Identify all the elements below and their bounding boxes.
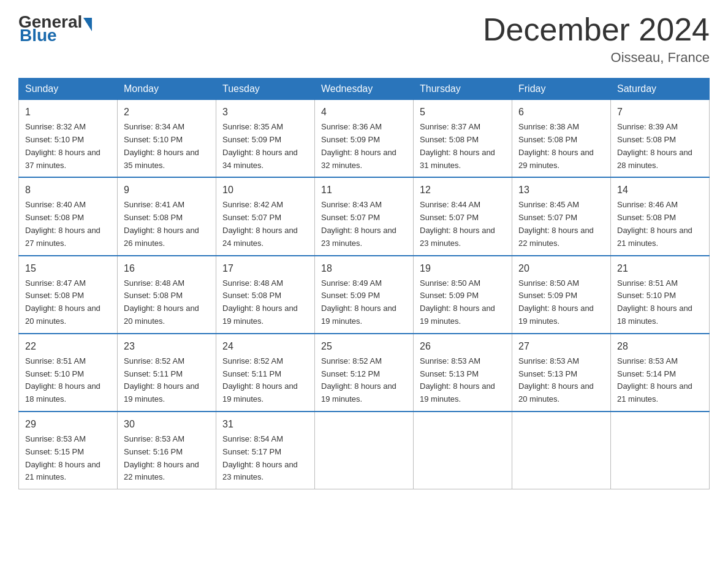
calendar-cell: 9Sunrise: 8:41 AMSunset: 5:08 PMDaylight… bbox=[118, 177, 216, 255]
day-info: Sunrise: 8:32 AMSunset: 5:10 PMDaylight:… bbox=[25, 121, 111, 172]
day-number: 7 bbox=[617, 105, 703, 120]
day-number: 10 bbox=[222, 183, 308, 197]
logo: General Blue bbox=[18, 12, 93, 45]
day-number: 26 bbox=[420, 339, 506, 354]
calendar-cell: 23Sunrise: 8:52 AMSunset: 5:11 PMDayligh… bbox=[118, 334, 216, 412]
day-info: Sunrise: 8:46 AMSunset: 5:08 PMDaylight:… bbox=[617, 199, 703, 250]
calendar-cell: 11Sunrise: 8:43 AMSunset: 5:07 PMDayligh… bbox=[315, 177, 414, 255]
day-number: 17 bbox=[222, 261, 308, 276]
calendar-cell: 13Sunrise: 8:45 AMSunset: 5:07 PMDayligh… bbox=[512, 177, 611, 255]
calendar-cell: 15Sunrise: 8:47 AMSunset: 5:08 PMDayligh… bbox=[19, 256, 118, 334]
calendar-cell: 3Sunrise: 8:35 AMSunset: 5:09 PMDaylight… bbox=[216, 100, 315, 178]
calendar-cell bbox=[512, 412, 611, 489]
calendar-cell: 18Sunrise: 8:49 AMSunset: 5:09 PMDayligh… bbox=[315, 256, 414, 334]
day-number: 4 bbox=[321, 105, 407, 120]
day-number: 13 bbox=[518, 183, 604, 197]
day-info: Sunrise: 8:42 AMSunset: 5:07 PMDaylight:… bbox=[222, 199, 308, 250]
day-info: Sunrise: 8:35 AMSunset: 5:09 PMDaylight:… bbox=[222, 121, 308, 172]
day-info: Sunrise: 8:49 AMSunset: 5:09 PMDaylight:… bbox=[321, 277, 407, 328]
day-of-week-header: Friday bbox=[512, 79, 611, 100]
calendar-cell: 22Sunrise: 8:51 AMSunset: 5:10 PMDayligh… bbox=[19, 334, 118, 412]
day-info: Sunrise: 8:54 AMSunset: 5:17 PMDaylight:… bbox=[222, 433, 308, 484]
day-info: Sunrise: 8:43 AMSunset: 5:07 PMDaylight:… bbox=[321, 199, 407, 250]
day-number: 8 bbox=[25, 183, 111, 197]
calendar-cell: 7Sunrise: 8:39 AMSunset: 5:08 PMDaylight… bbox=[611, 100, 710, 178]
day-number: 21 bbox=[617, 261, 703, 276]
day-info: Sunrise: 8:51 AMSunset: 5:10 PMDaylight:… bbox=[617, 277, 703, 328]
day-number: 24 bbox=[222, 339, 308, 354]
day-number: 27 bbox=[518, 339, 604, 354]
calendar-cell: 21Sunrise: 8:51 AMSunset: 5:10 PMDayligh… bbox=[611, 256, 710, 334]
day-info: Sunrise: 8:51 AMSunset: 5:10 PMDaylight:… bbox=[25, 355, 111, 406]
calendar-cell: 14Sunrise: 8:46 AMSunset: 5:08 PMDayligh… bbox=[611, 177, 710, 255]
calendar-cell: 17Sunrise: 8:48 AMSunset: 5:08 PMDayligh… bbox=[216, 256, 315, 334]
day-of-week-header: Tuesday bbox=[216, 79, 315, 100]
day-number: 16 bbox=[124, 261, 210, 276]
calendar-week-row: 22Sunrise: 8:51 AMSunset: 5:10 PMDayligh… bbox=[19, 334, 710, 412]
day-number: 28 bbox=[617, 339, 703, 354]
day-number: 9 bbox=[124, 183, 210, 197]
calendar-cell: 16Sunrise: 8:48 AMSunset: 5:08 PMDayligh… bbox=[118, 256, 216, 334]
title-section: December 2024 Oisseau, France bbox=[483, 12, 710, 66]
day-number: 5 bbox=[420, 105, 506, 120]
day-info: Sunrise: 8:52 AMSunset: 5:11 PMDaylight:… bbox=[222, 355, 308, 406]
calendar-cell: 20Sunrise: 8:50 AMSunset: 5:09 PMDayligh… bbox=[512, 256, 611, 334]
day-number: 2 bbox=[124, 105, 210, 120]
day-number: 22 bbox=[25, 339, 111, 354]
calendar-week-row: 29Sunrise: 8:53 AMSunset: 5:15 PMDayligh… bbox=[19, 412, 710, 489]
day-info: Sunrise: 8:40 AMSunset: 5:08 PMDaylight:… bbox=[25, 199, 111, 250]
calendar-cell: 30Sunrise: 8:53 AMSunset: 5:16 PMDayligh… bbox=[118, 412, 216, 489]
day-info: Sunrise: 8:50 AMSunset: 5:09 PMDaylight:… bbox=[420, 277, 506, 328]
day-number: 29 bbox=[25, 417, 111, 432]
day-of-week-header: Monday bbox=[118, 79, 216, 100]
day-info: Sunrise: 8:52 AMSunset: 5:12 PMDaylight:… bbox=[321, 355, 407, 406]
day-number: 6 bbox=[518, 105, 604, 120]
day-number: 31 bbox=[222, 417, 308, 432]
day-info: Sunrise: 8:53 AMSunset: 5:16 PMDaylight:… bbox=[124, 433, 210, 484]
calendar-cell: 8Sunrise: 8:40 AMSunset: 5:08 PMDaylight… bbox=[19, 177, 118, 255]
day-of-week-header: Thursday bbox=[414, 79, 512, 100]
day-info: Sunrise: 8:41 AMSunset: 5:08 PMDaylight:… bbox=[124, 199, 210, 250]
calendar-cell: 29Sunrise: 8:53 AMSunset: 5:15 PMDayligh… bbox=[19, 412, 118, 489]
calendar-cell: 5Sunrise: 8:37 AMSunset: 5:08 PMDaylight… bbox=[414, 100, 512, 178]
day-info: Sunrise: 8:48 AMSunset: 5:08 PMDaylight:… bbox=[222, 277, 308, 328]
day-info: Sunrise: 8:44 AMSunset: 5:07 PMDaylight:… bbox=[420, 199, 506, 250]
calendar-cell: 24Sunrise: 8:52 AMSunset: 5:11 PMDayligh… bbox=[216, 334, 315, 412]
calendar-cell: 31Sunrise: 8:54 AMSunset: 5:17 PMDayligh… bbox=[216, 412, 315, 489]
day-number: 11 bbox=[321, 183, 407, 197]
calendar-header-row: SundayMondayTuesdayWednesdayThursdayFrid… bbox=[19, 79, 710, 100]
calendar-cell: 10Sunrise: 8:42 AMSunset: 5:07 PMDayligh… bbox=[216, 177, 315, 255]
calendar-cell: 28Sunrise: 8:53 AMSunset: 5:14 PMDayligh… bbox=[611, 334, 710, 412]
calendar-cell: 27Sunrise: 8:53 AMSunset: 5:13 PMDayligh… bbox=[512, 334, 611, 412]
calendar-cell bbox=[315, 412, 414, 489]
calendar-cell: 6Sunrise: 8:38 AMSunset: 5:08 PMDaylight… bbox=[512, 100, 611, 178]
day-number: 14 bbox=[617, 183, 703, 197]
day-number: 20 bbox=[518, 261, 604, 276]
calendar-cell: 2Sunrise: 8:34 AMSunset: 5:10 PMDaylight… bbox=[118, 100, 216, 178]
day-info: Sunrise: 8:36 AMSunset: 5:09 PMDaylight:… bbox=[321, 121, 407, 172]
calendar-cell: 19Sunrise: 8:50 AMSunset: 5:09 PMDayligh… bbox=[414, 256, 512, 334]
day-number: 25 bbox=[321, 339, 407, 354]
day-info: Sunrise: 8:52 AMSunset: 5:11 PMDaylight:… bbox=[124, 355, 210, 406]
day-number: 15 bbox=[25, 261, 111, 276]
day-info: Sunrise: 8:38 AMSunset: 5:08 PMDaylight:… bbox=[518, 121, 604, 172]
calendar-cell bbox=[611, 412, 710, 489]
day-info: Sunrise: 8:34 AMSunset: 5:10 PMDaylight:… bbox=[124, 121, 210, 172]
calendar-table: SundayMondayTuesdayWednesdayThursdayFrid… bbox=[18, 78, 710, 489]
logo-triangle-icon bbox=[83, 18, 92, 31]
location-subtitle: Oisseau, France bbox=[483, 50, 710, 66]
day-info: Sunrise: 8:47 AMSunset: 5:08 PMDaylight:… bbox=[25, 277, 111, 328]
calendar-cell: 4Sunrise: 8:36 AMSunset: 5:09 PMDaylight… bbox=[315, 100, 414, 178]
day-info: Sunrise: 8:37 AMSunset: 5:08 PMDaylight:… bbox=[420, 121, 506, 172]
calendar-week-row: 15Sunrise: 8:47 AMSunset: 5:08 PMDayligh… bbox=[19, 256, 710, 334]
page-header: General Blue December 2024 Oisseau, Fran… bbox=[18, 12, 710, 66]
calendar-cell: 1Sunrise: 8:32 AMSunset: 5:10 PMDaylight… bbox=[19, 100, 118, 178]
day-info: Sunrise: 8:53 AMSunset: 5:13 PMDaylight:… bbox=[420, 355, 506, 406]
day-of-week-header: Saturday bbox=[611, 79, 710, 100]
day-info: Sunrise: 8:53 AMSunset: 5:13 PMDaylight:… bbox=[518, 355, 604, 406]
day-of-week-header: Wednesday bbox=[315, 79, 414, 100]
calendar-cell: 25Sunrise: 8:52 AMSunset: 5:12 PMDayligh… bbox=[315, 334, 414, 412]
logo-blue-text: Blue bbox=[20, 26, 57, 45]
day-info: Sunrise: 8:53 AMSunset: 5:15 PMDaylight:… bbox=[25, 433, 111, 484]
calendar-cell: 12Sunrise: 8:44 AMSunset: 5:07 PMDayligh… bbox=[414, 177, 512, 255]
